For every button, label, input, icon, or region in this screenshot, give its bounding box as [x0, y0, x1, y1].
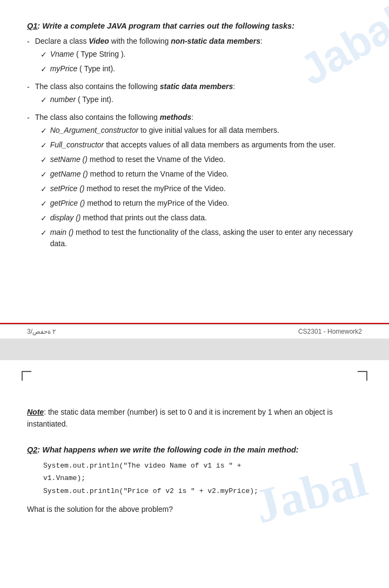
page-top: Jabal Q1: Write a complete JAVA program … — [0, 0, 389, 324]
q2-heading-text: : What happens when we write the followi… — [37, 445, 298, 454]
check-icon-7: ✓ — [41, 169, 47, 180]
q1-number: Q1 — [27, 22, 37, 30]
setprice-text: setPrice () method to reset the myPrice … — [50, 183, 226, 194]
dash-marker-3: - — [27, 113, 30, 122]
dash-item-3: - The class also contains the following … — [27, 113, 362, 252]
getprice-text: getPrice () method to return the myPrice… — [50, 198, 229, 209]
dash-item-2: - The class also contains the following … — [27, 82, 362, 109]
vname-text: Vname ( Type String ). — [50, 49, 126, 60]
code-line-3: System.out.println("Price of v2 is " + v… — [43, 485, 362, 497]
check-item-setprice: ✓ setPrice () method to reset the myPric… — [41, 183, 362, 195]
number-text: number ( Type int). — [50, 94, 113, 105]
check-item-getprice: ✓ getPrice () method to return the myPri… — [41, 198, 362, 209]
check-item-getname: ✓ getName () method to return the Vname … — [41, 168, 362, 180]
myprice-italic: myPrice — [50, 64, 78, 73]
check-item-full-constructor: ✓ Full_constructor that accepts values o… — [41, 139, 362, 151]
code-block: System.out.println("The video Name of v1… — [43, 459, 362, 497]
display-text: display () method that prints out the cl… — [50, 212, 207, 224]
check-list-3: ✓ No_Argument_constructor to give initia… — [41, 125, 362, 249]
video-classname: Video — [89, 37, 109, 45]
vname-italic: Vname — [50, 50, 74, 58]
check-icon-2: ✓ — [41, 64, 47, 75]
check-icon-9: ✓ — [41, 198, 47, 209]
dash-marker-1: - — [27, 37, 30, 46]
dash-content-3: The class also contains the following me… — [35, 113, 362, 252]
dash-marker-2: - — [27, 83, 30, 91]
dash-content-2: The class also contains the following st… — [35, 82, 362, 109]
full-constructor-italic: Full_constructor — [50, 140, 104, 149]
q2-number: Q2 — [27, 445, 37, 454]
code-line-1: System.out.println("The video Name of v1… — [43, 459, 362, 472]
setprice-italic: setPrice () — [50, 184, 85, 193]
check-item-vname: ✓ Vname ( Type String ). — [41, 49, 362, 60]
setname-text: setName () method to reset the Vname of … — [50, 154, 225, 165]
main-text: main () method to test the functionality… — [50, 227, 362, 249]
text-static: The class also contains the following st… — [35, 82, 235, 91]
getname-italic: getName () — [50, 170, 88, 178]
display-italic: display () — [50, 213, 81, 222]
full-constructor-text: Full_constructor that accepts values of … — [50, 139, 336, 151]
check-icon-11: ✓ — [41, 227, 47, 239]
solution-question-text: What is the solution for the above probl… — [27, 505, 173, 513]
main-italic: main () — [50, 228, 74, 236]
check-item-no-arg: ✓ No_Argument_constructor to give initia… — [41, 125, 362, 137]
page-bottom: Note: the static data member (number) is… — [0, 360, 389, 537]
check-item-display: ✓ display () method that prints out the … — [41, 212, 362, 224]
number-italic: number — [50, 95, 76, 104]
note-text: : the static data member (number) is set… — [27, 408, 333, 428]
page-separator — [0, 339, 389, 360]
nonstatic-label: non-static data members — [171, 37, 260, 45]
solution-question: What is the solution for the above probl… — [27, 504, 362, 515]
note-label: Note — [27, 408, 44, 416]
check-icon-1: ✓ — [41, 49, 47, 60]
no-arg-italic: No_Argument_constructor — [50, 126, 138, 134]
check-item-myprice: ✓ myPrice ( Type int). — [41, 63, 362, 75]
q1-heading-text: : Write a complete JAVA program that car… — [37, 22, 294, 30]
check-icon-8: ✓ — [41, 184, 47, 195]
note-section: Note: the static data member (number) is… — [27, 406, 362, 430]
methods-label: methods — [160, 113, 191, 121]
check-icon-3: ✓ — [41, 94, 47, 106]
q2-heading: Q2: What happens when we write the follo… — [27, 445, 362, 454]
check-item-setname: ✓ setName () method to reset the Vname o… — [41, 154, 362, 166]
myprice-text: myPrice ( Type int). — [50, 63, 115, 75]
no-arg-text: No_Argument_constructor to give initial … — [50, 125, 279, 136]
corner-bracket-right — [358, 371, 367, 381]
text-declare: Declare a class Video with the following… — [35, 37, 263, 45]
setname-italic: setName () — [50, 155, 88, 164]
footer-page: 3/٢ ةحفص — [27, 328, 56, 335]
check-list-2: ✓ number ( Type int). — [41, 94, 362, 106]
check-item-main: ✓ main () method to test the functionali… — [41, 227, 362, 249]
getname-text: getName () method to return the Vname of… — [50, 168, 229, 180]
q1-heading: Q1: Write a complete JAVA program that c… — [27, 22, 362, 30]
dash-content-1: Declare a class Video with the following… — [35, 37, 362, 78]
check-icon-5: ✓ — [41, 140, 47, 151]
dash-item-1: - Declare a class Video with the followi… — [27, 37, 362, 78]
corner-bracket-left — [22, 371, 31, 381]
check-list-1: ✓ Vname ( Type String ). ✓ myPrice ( Typ… — [41, 49, 362, 75]
check-item-number: ✓ number ( Type int). — [41, 94, 362, 106]
check-icon-4: ✓ — [41, 125, 47, 137]
text-methods: The class also contains the following me… — [35, 113, 193, 121]
footer-bar: 3/٢ ةحفص CS2301 - Homework2 — [0, 324, 389, 339]
getprice-italic: getPrice () — [50, 199, 85, 207]
check-icon-10: ✓ — [41, 213, 47, 224]
check-icon-6: ✓ — [41, 154, 47, 166]
code-line-2: v1.Vname); — [43, 472, 362, 484]
static-label: static data members — [160, 82, 233, 91]
footer-course: CS2301 - Homework2 — [298, 328, 362, 335]
